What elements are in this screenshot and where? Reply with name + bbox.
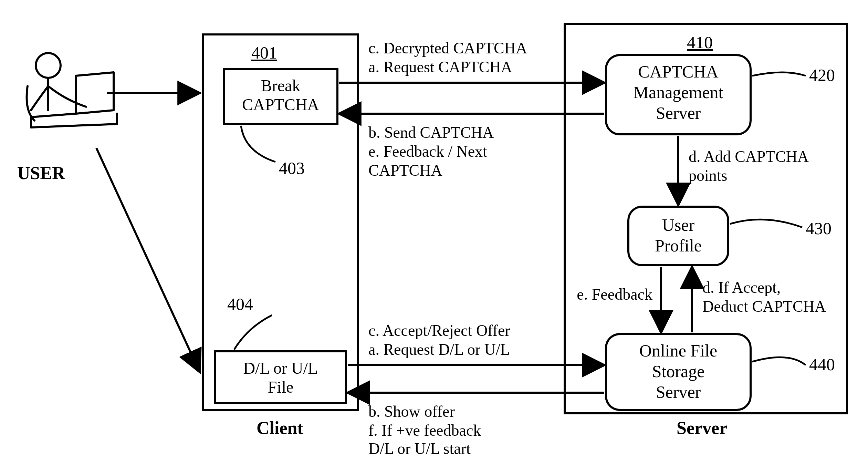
msg-mgmt-profile-2: points <box>689 167 727 184</box>
msg-bot-back-1: b. Show offer <box>368 403 455 420</box>
break-captcha-line2: CAPTCHA <box>242 95 319 114</box>
msg-bot-back-2: f. If +ve feedback <box>368 422 481 439</box>
file-storage-line2: Storage <box>652 362 705 381</box>
server-title: Server <box>677 418 727 438</box>
msg-mgmt-profile-1: d. Add CAPTCHA <box>689 148 809 165</box>
ref-404: 404 <box>227 294 253 314</box>
user-icon <box>27 53 117 127</box>
server-ref: 410 <box>687 33 713 52</box>
ref-420: 420 <box>809 65 835 85</box>
msg-profile-storage-left: e. Feedback <box>577 286 652 303</box>
user-profile-line1: User <box>662 215 695 235</box>
svg-point-0 <box>36 53 61 78</box>
msg-bot-fwd-2: a. Request D/L or U/L <box>368 341 510 358</box>
captcha-mgmt-line2: Management <box>633 83 723 102</box>
arrow-user-to-dlul <box>96 148 200 372</box>
msg-top-fwd-1: c. Decrypted CAPTCHA <box>368 39 527 57</box>
user-profile-line2: Profile <box>655 236 702 255</box>
msg-top-back-3: CAPTCHA <box>368 162 442 179</box>
msg-top-fwd-2: a. Request CAPTCHA <box>368 58 512 76</box>
ref-440: 440 <box>809 355 835 374</box>
leader-430 <box>730 219 802 227</box>
user-label: USER <box>17 163 65 183</box>
msg-top-back-1: b. Send CAPTCHA <box>368 124 494 141</box>
file-storage-line3: Server <box>656 382 701 402</box>
captcha-mgmt-line3: Server <box>656 103 701 123</box>
msg-profile-storage-right-2: Deduct CAPTCHA <box>702 298 826 315</box>
dlul-line1: D/L or U/L <box>243 359 318 377</box>
captcha-mgmt-line1: CAPTCHA <box>638 62 718 81</box>
file-storage-line1: Online File <box>639 341 717 360</box>
leader-404 <box>234 315 272 350</box>
dlul-line2: File <box>268 378 294 396</box>
msg-bot-fwd-1: c. Accept/Reject Offer <box>368 322 510 339</box>
ref-403: 403 <box>279 158 305 178</box>
client-ref: 401 <box>251 43 277 62</box>
msg-profile-storage-right-1: d. If Accept, <box>702 279 781 296</box>
leader-420 <box>752 72 806 76</box>
client-title: Client <box>257 418 303 438</box>
ref-430: 430 <box>806 219 832 238</box>
msg-bot-back-3: D/L or U/L start <box>368 440 471 455</box>
break-captcha-line1: Break <box>261 76 301 95</box>
msg-top-back-2: e. Feedback / Next <box>368 143 487 160</box>
leader-440 <box>752 357 806 365</box>
leader-403 <box>241 126 275 162</box>
